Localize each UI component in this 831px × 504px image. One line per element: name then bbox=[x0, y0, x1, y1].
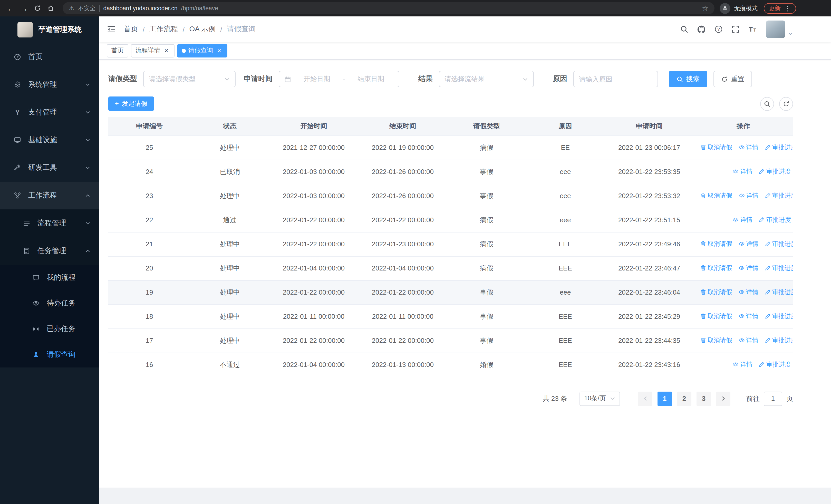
leave-type-label: 请假类型 bbox=[108, 75, 137, 84]
close-icon[interactable]: × bbox=[163, 47, 170, 54]
progress-link[interactable]: 审批进度 bbox=[765, 288, 793, 297]
fullscreen-button[interactable] bbox=[732, 25, 740, 33]
page-button-3[interactable]: 3 bbox=[696, 391, 711, 406]
sidebar-item-workflow[interactable]: 工作流程 bbox=[0, 182, 99, 209]
logo-avatar bbox=[18, 22, 33, 37]
progress-link[interactable]: 审批进度 bbox=[765, 143, 793, 152]
detail-link[interactable]: 详情 bbox=[738, 191, 758, 200]
tab-process-detail[interactable]: 流程详情× bbox=[131, 44, 174, 57]
page-button-2[interactable]: 2 bbox=[677, 391, 691, 406]
create-leave-button[interactable]: + 发起请假 bbox=[108, 96, 154, 111]
cancel-link[interactable]: 取消请假 bbox=[700, 264, 732, 272]
sidebar-item-process-mgmt[interactable]: 流程管理 bbox=[0, 209, 99, 237]
progress-link[interactable]: 审批进度 bbox=[758, 167, 791, 176]
sidebar-item-infrastructure[interactable]: 基础设施 bbox=[0, 126, 99, 154]
breadcrumb: 首页/工作流程/OA 示例/请假查询 bbox=[124, 25, 256, 34]
sidebar-item-payment[interactable]: ¥支付管理 bbox=[0, 98, 99, 126]
next-page-button[interactable] bbox=[716, 391, 730, 406]
cancel-link[interactable]: 取消请假 bbox=[700, 336, 732, 345]
progress-link[interactable]: 审批进度 bbox=[765, 191, 793, 200]
header-search-button[interactable] bbox=[680, 25, 688, 33]
browser-refresh-button[interactable] bbox=[31, 2, 44, 15]
refresh-icon bbox=[783, 100, 790, 107]
detail-link[interactable]: 详情 bbox=[738, 312, 758, 321]
sidebar-item-my-process[interactable]: 我的流程 bbox=[0, 265, 99, 291]
help-button[interactable]: ? bbox=[715, 25, 723, 33]
column-header-0: 申请编号 bbox=[108, 117, 191, 136]
tab-leave-query[interactable]: 请假查询× bbox=[177, 44, 227, 57]
detail-link[interactable]: 详情 bbox=[738, 288, 758, 297]
browser-update-button[interactable]: 更新 ⋮ bbox=[764, 3, 796, 13]
address-bar[interactable]: ⚠ 不安全 dashboard.yudao.iocoder.cn/bpm/oa/… bbox=[63, 2, 715, 14]
start-date-input[interactable]: 开始日期 bbox=[294, 75, 340, 84]
cell-apply: 2022-01-22 23:53:35 bbox=[605, 159, 694, 184]
date-range-picker[interactable]: 开始日期 - 结束日期 bbox=[279, 71, 399, 87]
table-row: 18处理中2022-01-11 00:00:002022-01-11 00:00… bbox=[108, 304, 793, 328]
cell-apply: 2022-01-22 23:43:16 bbox=[605, 353, 694, 377]
reset-button[interactable]: 重置 bbox=[713, 71, 752, 87]
reason-input[interactable] bbox=[579, 75, 652, 83]
cell-reason: EEE bbox=[526, 304, 605, 328]
refresh-table-button[interactable] bbox=[779, 97, 793, 111]
sidebar-item-todo-tasks[interactable]: 待办任务 bbox=[0, 291, 99, 316]
detail-link[interactable]: 详情 bbox=[733, 360, 752, 369]
cell-start: 2022-01-11 00:00:00 bbox=[269, 304, 358, 328]
breadcrumb-item[interactable]: 工作流程 bbox=[149, 25, 178, 34]
prev-page-button[interactable] bbox=[638, 391, 652, 406]
browser-forward-button[interactable]: → bbox=[18, 2, 31, 15]
font-size-button[interactable]: TT bbox=[748, 25, 757, 33]
cancel-link[interactable]: 取消请假 bbox=[700, 143, 732, 152]
cancel-link[interactable]: 取消请假 bbox=[700, 312, 732, 321]
progress-link[interactable]: 审批进度 bbox=[765, 312, 793, 321]
detail-link[interactable]: 详情 bbox=[738, 143, 758, 152]
sidebar-toggle-button[interactable] bbox=[99, 17, 124, 42]
sidebar-item-task-mgmt[interactable]: 任务管理 bbox=[0, 237, 99, 265]
cell-status: 处理中 bbox=[191, 184, 269, 208]
page-buttons: 123 bbox=[655, 391, 713, 406]
progress-link[interactable]: 审批进度 bbox=[765, 336, 793, 345]
tab-home[interactable]: 首页 bbox=[107, 44, 128, 57]
sidebar-item-system[interactable]: 系统管理 bbox=[0, 71, 99, 98]
breadcrumb-item[interactable]: 首页 bbox=[124, 25, 138, 34]
security-warning-icon: ⚠ bbox=[69, 5, 75, 12]
breadcrumb-item[interactable]: OA 示例 bbox=[190, 25, 216, 34]
result-select[interactable]: 请选择流结果 bbox=[439, 71, 534, 87]
browser-menu-icon[interactable]: ⋮ bbox=[784, 4, 791, 12]
progress-link[interactable]: 审批进度 bbox=[765, 264, 793, 272]
bookmark-star-icon[interactable]: ☆ bbox=[702, 4, 708, 12]
page-button-1[interactable]: 1 bbox=[658, 391, 672, 406]
close-icon[interactable]: × bbox=[216, 47, 223, 54]
progress-link[interactable]: 审批进度 bbox=[765, 240, 793, 248]
detail-link[interactable]: 详情 bbox=[738, 240, 758, 248]
leave-type-select[interactable]: 请选择请假类型 bbox=[143, 71, 236, 87]
search-button[interactable]: 搜索 bbox=[669, 71, 707, 87]
detail-link[interactable]: 详情 bbox=[738, 264, 758, 272]
sidebar-item-done-tasks[interactable]: 已办任务 bbox=[0, 316, 99, 342]
browser-home-button[interactable] bbox=[44, 2, 57, 15]
sidebar-item-label: 已办任务 bbox=[47, 324, 99, 334]
sidebar-item-dev-tools[interactable]: 研发工具 bbox=[0, 154, 99, 182]
page-size-select[interactable]: 10条/页 bbox=[579, 391, 620, 406]
progress-link[interactable]: 审批进度 bbox=[758, 360, 791, 369]
user-menu[interactable] bbox=[766, 21, 793, 38]
cancel-link[interactable]: 取消请假 bbox=[700, 191, 732, 200]
end-date-input[interactable]: 结束日期 bbox=[348, 75, 394, 84]
browser-back-button[interactable]: ← bbox=[4, 2, 18, 15]
detail-link[interactable]: 详情 bbox=[738, 336, 758, 345]
refresh-icon bbox=[34, 5, 41, 12]
sidebar-item-leave-query[interactable]: 请假查询 bbox=[0, 342, 99, 367]
sidebar-item-label: 研发工具 bbox=[28, 163, 85, 173]
detail-link[interactable]: 详情 bbox=[733, 215, 752, 224]
github-link-button[interactable] bbox=[697, 25, 706, 34]
goto-page-input[interactable] bbox=[764, 391, 782, 406]
progress-link[interactable]: 审批进度 bbox=[758, 215, 791, 224]
cancel-link[interactable]: 取消请假 bbox=[700, 288, 732, 297]
detail-link[interactable]: 详情 bbox=[733, 167, 752, 176]
security-label: 不安全 bbox=[78, 4, 96, 12]
cancel-link[interactable]: 取消请假 bbox=[700, 240, 732, 248]
app-logo[interactable]: 芋道管理系统 bbox=[0, 17, 99, 43]
leave-table: 申请编号状态开始时间结束时间请假类型原因申请时间操作 25处理中2021-12-… bbox=[108, 117, 793, 377]
toggle-search-button[interactable] bbox=[760, 97, 774, 111]
detail-label: 详情 bbox=[746, 312, 758, 321]
sidebar-item-home[interactable]: 首页 bbox=[0, 43, 99, 71]
